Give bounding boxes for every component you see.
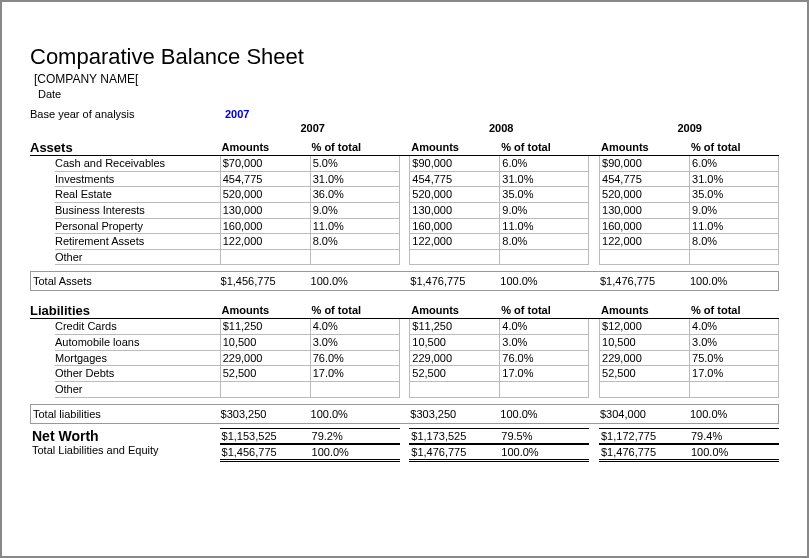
total-liab-equity-label: Total Liabilities and Equity: [30, 444, 220, 462]
cell: 229,000: [599, 350, 689, 366]
balance-sheet-page: Comparative Balance Sheet [COMPANY NAME[…: [0, 0, 809, 558]
year-headers: 2007 2008 2009: [30, 122, 779, 134]
cell: 76.0%: [499, 350, 589, 366]
cell: 17.0%: [689, 365, 779, 381]
cell: 100.0%: [309, 275, 399, 287]
row-label: Automobile loans: [55, 334, 220, 350]
cell: 4.0%: [499, 319, 589, 334]
cell: 52,500: [409, 365, 499, 381]
cell: 10,500: [220, 334, 310, 350]
cell: 454,775: [409, 171, 499, 187]
year-header-1: 2008: [412, 122, 591, 134]
cell: 100.0%: [688, 408, 778, 420]
cell: 454,775: [220, 171, 310, 187]
row-label: Other Debts: [55, 365, 220, 381]
cell: 100.0%: [498, 408, 588, 420]
assets-body: Cash and Receivables$70,0005.0%$90,0006.…: [30, 156, 779, 265]
table-row: Real Estate520,00036.0%520,00035.0%520,0…: [30, 186, 779, 202]
cell: 8.0%: [689, 233, 779, 249]
cell: $1,476,775: [409, 444, 499, 462]
cell: 10,500: [409, 334, 499, 350]
total-liab-equity-row: Total Liabilities and Equity $1,456,7751…: [30, 444, 779, 462]
cell: 31.0%: [310, 171, 400, 187]
table-row: Other Debts52,50017.0%52,50017.0%52,5001…: [30, 365, 779, 381]
cell: $1,456,775: [220, 444, 310, 462]
table-row: Retirement Assets122,0008.0%122,0008.0%1…: [30, 233, 779, 249]
total-liabilities-row: Total liabilities $303,250100.0% $303,25…: [30, 404, 779, 424]
cell: 79.2%: [310, 428, 400, 444]
year-header-0: 2007: [223, 122, 402, 134]
cell: $11,250: [409, 319, 499, 334]
cell: 520,000: [409, 186, 499, 202]
liabilities-body: Credit Cards$11,2504.0%$11,2504.0%$12,00…: [30, 319, 779, 397]
cell: 122,000: [409, 233, 499, 249]
base-year-label: Base year of analysis: [30, 108, 225, 120]
cell: 9.0%: [689, 202, 779, 218]
cell: 229,000: [220, 350, 310, 366]
cell: $1,456,775: [219, 275, 309, 287]
cell: 100.0%: [498, 275, 588, 287]
cell: [310, 249, 400, 266]
total-liabilities-label: Total liabilities: [31, 408, 219, 420]
cell: 520,000: [220, 186, 310, 202]
table-row: Business Interests130,0009.0%130,0009.0%…: [30, 202, 779, 218]
cell: $11,250: [220, 319, 310, 334]
cell: 17.0%: [499, 365, 589, 381]
cell: 160,000: [409, 218, 499, 234]
page-title: Comparative Balance Sheet: [30, 44, 779, 70]
liabilities-header: Liabilities Amounts% of total Amounts% o…: [30, 303, 779, 319]
row-label: Investments: [55, 171, 220, 187]
row-label: Other: [55, 249, 220, 266]
row-label: Cash and Receivables: [55, 156, 220, 171]
col-pct: % of total: [310, 303, 400, 318]
col-amounts: Amounts: [409, 140, 499, 155]
cell: 8.0%: [310, 233, 400, 249]
table-row: Mortgages229,00076.0%229,00076.0%229,000…: [30, 350, 779, 366]
table-row: Cash and Receivables$70,0005.0%$90,0006.…: [30, 156, 779, 171]
cell: 3.0%: [499, 334, 589, 350]
assets-header: Assets Amounts% of total Amounts% of tot…: [30, 140, 779, 156]
cell: 79.5%: [499, 428, 589, 444]
cell: 79.4%: [689, 428, 779, 444]
col-pct: % of total: [310, 140, 400, 155]
liabilities-heading: Liabilities: [30, 303, 220, 318]
row-label: Personal Property: [55, 218, 220, 234]
cell: $303,250: [408, 408, 498, 420]
cell: 100.0%: [499, 444, 589, 462]
cell: 100.0%: [309, 408, 399, 420]
cell: 17.0%: [310, 365, 400, 381]
cell: 52,500: [220, 365, 310, 381]
cell: [409, 249, 499, 266]
cell: 8.0%: [499, 233, 589, 249]
row-label: Mortgages: [55, 350, 220, 366]
company-name: [COMPANY NAME[: [34, 72, 779, 86]
cell: 520,000: [599, 186, 689, 202]
cell: 9.0%: [310, 202, 400, 218]
row-label: Other: [55, 381, 220, 398]
table-row: Other: [30, 249, 779, 266]
cell: $303,250: [219, 408, 309, 420]
cell: $1,153,525: [220, 428, 310, 444]
cell: 52,500: [599, 365, 689, 381]
cell: 11.0%: [689, 218, 779, 234]
total-assets-label: Total Assets: [31, 275, 219, 287]
col-amounts: Amounts: [220, 140, 310, 155]
cell: $12,000: [599, 319, 689, 334]
col-amounts: Amounts: [599, 303, 689, 318]
cell: $1,476,775: [408, 275, 498, 287]
cell: [599, 381, 689, 398]
cell: 160,000: [220, 218, 310, 234]
cell: $1,476,775: [599, 444, 689, 462]
date-label: Date: [38, 88, 779, 100]
cell: 76.0%: [310, 350, 400, 366]
cell: [599, 249, 689, 266]
col-amounts: Amounts: [599, 140, 689, 155]
year-header-2: 2009: [600, 122, 779, 134]
cell: $1,476,775: [598, 275, 688, 287]
cell: 31.0%: [499, 171, 589, 187]
cell: [409, 381, 499, 398]
total-assets-row: Total Assets $1,456,775100.0% $1,476,775…: [30, 271, 779, 291]
cell: [689, 249, 779, 266]
net-worth-row: Net Worth $1,153,52579.2% $1,173,52579.5…: [30, 428, 779, 444]
cell: [310, 381, 400, 398]
